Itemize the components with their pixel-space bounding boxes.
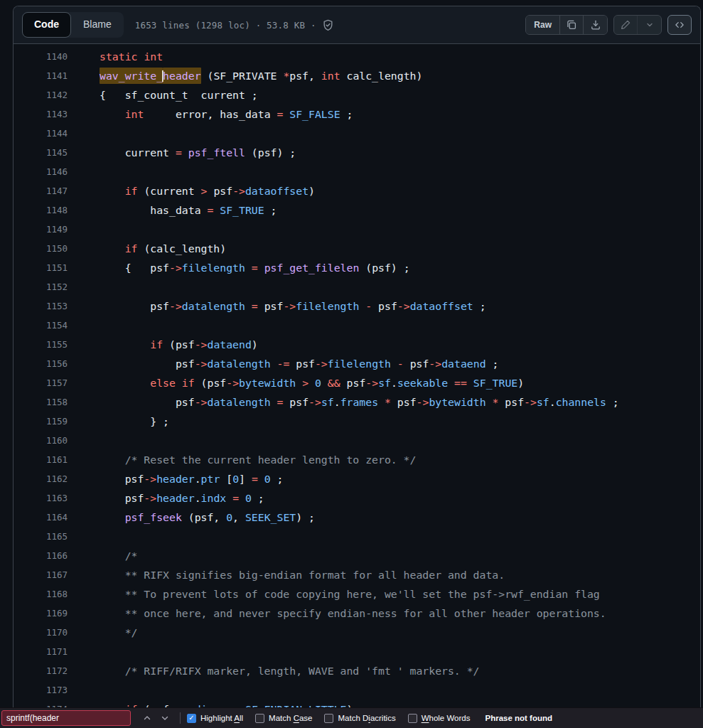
find-input[interactable]	[1, 710, 131, 726]
code-token: header	[156, 473, 194, 485]
line-number[interactable]: 1173	[14, 680, 68, 700]
code-line: 1174 if (psf->endian == SF_ENDIAN_LITTLE…	[14, 700, 700, 707]
line-number[interactable]: 1156	[14, 354, 68, 373]
line-number[interactable]: 1150	[14, 239, 68, 258]
code-token	[213, 204, 220, 216]
code-token: )	[252, 338, 258, 350]
checkbox-match-case[interactable]	[255, 714, 264, 723]
line-number[interactable]: 1172	[14, 661, 68, 680]
code-token: dataoffset	[410, 300, 473, 312]
line-number[interactable]: 1155	[14, 335, 68, 354]
line-number[interactable]: 1151	[14, 258, 68, 277]
line-number[interactable]: 1147	[14, 181, 68, 200]
tab-code[interactable]: Code	[22, 12, 71, 38]
code-token: filelength	[296, 300, 359, 312]
line-number[interactable]: 1146	[14, 162, 68, 181]
code-token: .	[195, 473, 201, 485]
code-text: if (current > psf->dataoffset)	[68, 181, 315, 200]
code-line: 1153 psf->datalength = psf->filelength -…	[14, 296, 700, 316]
line-number[interactable]: 1165	[14, 527, 68, 546]
line-number[interactable]: 1160	[14, 431, 68, 450]
code-token	[100, 511, 125, 523]
line-number[interactable]: 1153	[14, 296, 68, 316]
line-number[interactable]: 1162	[14, 469, 68, 488]
line-number[interactable]: 1171	[14, 642, 68, 661]
code-token: [	[220, 473, 232, 485]
line-number[interactable]: 1145	[14, 143, 68, 162]
find-option-whole-words[interactable]: Whole Words	[408, 714, 471, 723]
code-token: SF_FALSE	[289, 108, 340, 120]
code-text: { sf_count_t current ;	[68, 85, 258, 105]
code-token: *	[385, 396, 391, 408]
line-number[interactable]: 1158	[14, 392, 68, 412]
code-token	[308, 377, 315, 389]
line-number[interactable]: 1161	[14, 450, 68, 469]
code-token: header	[156, 492, 194, 504]
code-text	[68, 220, 100, 239]
code-token: SEEK_SET	[245, 511, 296, 523]
checkbox-highlight-all[interactable]: ✓	[187, 714, 196, 723]
code-token: .	[334, 396, 340, 408]
code-token: ==	[454, 377, 467, 389]
checkbox-match-diacritics[interactable]	[324, 714, 333, 723]
line-number[interactable]: 1148	[14, 200, 68, 220]
line-number[interactable]: 1168	[14, 584, 68, 604]
code-token: ->	[365, 377, 378, 389]
find-option-highlight-all[interactable]: ✓Highlight All	[187, 714, 243, 723]
code-token: (calc_length)	[137, 242, 226, 255]
line-number[interactable]: 1166	[14, 546, 68, 565]
line-number[interactable]: 1142	[14, 85, 68, 105]
find-option-match-diacritics[interactable]: Match Diacritics	[324, 714, 395, 723]
line-number[interactable]: 1152	[14, 277, 68, 296]
code-token: *	[283, 70, 289, 82]
code-token: =	[252, 473, 258, 485]
code-token: psf	[100, 396, 195, 408]
code-text: /*	[68, 546, 137, 565]
shield-icon[interactable]	[322, 19, 334, 31]
line-number[interactable]: 1167	[14, 565, 68, 584]
code-text: psf_fseek (psf, 0, SEEK_SET) ;	[68, 508, 315, 527]
code-token: ** once here, and never specify endian-n…	[100, 607, 606, 619]
raw-button[interactable]: Raw	[526, 16, 560, 34]
code-text: } ;	[68, 412, 169, 431]
line-number[interactable]: 1154	[14, 316, 68, 335]
tab-blame[interactable]: Blame	[71, 12, 124, 38]
line-number[interactable]: 1149	[14, 220, 68, 239]
code-token: channels	[556, 396, 606, 408]
code-token: psf	[404, 358, 429, 370]
code-line: 1172 /* RIFF/RIFX marker, length, WAVE a…	[14, 661, 700, 680]
line-number[interactable]: 1174	[14, 700, 68, 707]
line-number[interactable]: 1144	[14, 124, 68, 143]
line-number[interactable]: 1163	[14, 488, 68, 508]
code-token: ;	[264, 204, 277, 216]
code-line: 1151 { psf->filelength = psf_get_filelen…	[14, 258, 700, 277]
find-next-button[interactable]	[156, 710, 173, 726]
edit-dropdown-button[interactable]	[638, 16, 661, 34]
code-token: ->	[524, 396, 537, 408]
line-number[interactable]: 1170	[14, 623, 68, 642]
code-token: static	[100, 50, 137, 63]
checkbox-whole-words[interactable]	[408, 714, 417, 723]
code-token: =	[252, 262, 258, 274]
line-number[interactable]: 1169	[14, 604, 68, 623]
symbols-panel-button[interactable]	[667, 15, 692, 35]
find-option-match-case[interactable]: Match Case	[255, 714, 312, 723]
find-previous-button[interactable]	[138, 710, 156, 726]
code-line: 1154	[14, 316, 700, 335]
download-raw-button[interactable]	[584, 16, 607, 34]
line-number[interactable]: 1157	[14, 373, 68, 392]
line-number[interactable]: 1141	[14, 66, 68, 85]
line-number[interactable]: 1159	[14, 412, 68, 431]
code-line: 1168 ** To prevent lots of code copying …	[14, 584, 700, 604]
line-number[interactable]: 1143	[14, 105, 68, 124]
code-line: 1145 current = psf_ftell (psf) ;	[14, 143, 700, 162]
line-number[interactable]: 1140	[14, 47, 68, 66]
code-token: psf	[372, 300, 397, 312]
edit-file-button[interactable]	[614, 16, 638, 34]
code-text	[68, 642, 100, 661]
copy-file-button[interactable]	[560, 16, 584, 34]
code-token: psf	[340, 377, 366, 389]
code-text: wav_write_header (SF_PRIVATE *psf, int c…	[68, 66, 422, 85]
code-token: ->	[315, 358, 328, 370]
line-number[interactable]: 1164	[14, 508, 68, 527]
